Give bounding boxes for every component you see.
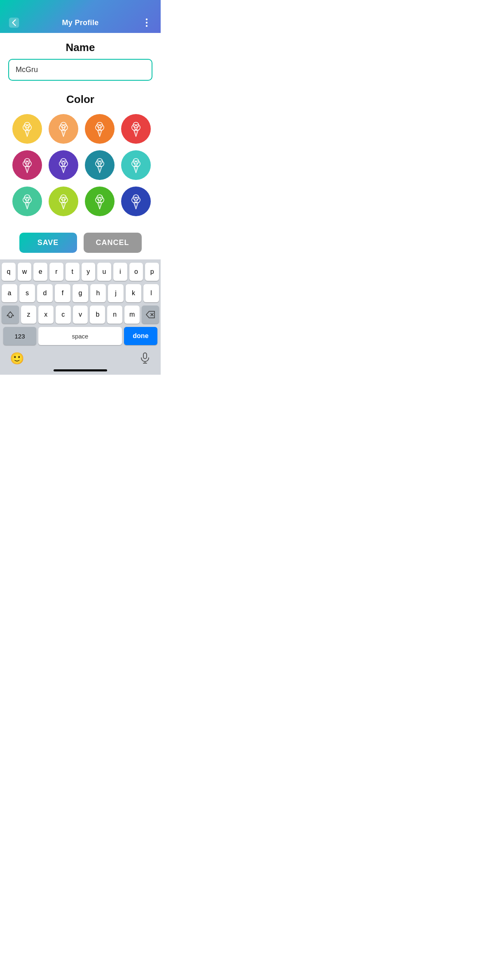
ice-cream-icon [18, 192, 36, 210]
microphone-icon [139, 352, 151, 364]
key-v[interactable]: v [73, 306, 88, 324]
back-icon [8, 17, 20, 28]
key-q[interactable]: q [2, 263, 16, 281]
color-option-orange[interactable] [85, 114, 115, 144]
svg-rect-67 [143, 353, 147, 359]
key-r[interactable]: r [49, 263, 63, 281]
numbers-key[interactable]: 123 [3, 327, 36, 345]
ice-cream-icon [54, 156, 73, 174]
keyboard-row-3: z x c v b n m [2, 306, 159, 324]
color-option-green[interactable] [85, 187, 115, 216]
keyboard-bottom-row: 123 space done [2, 327, 159, 345]
keyboard: q w e r t y u i o p a s d f g h j k l z … [0, 259, 161, 375]
name-section: Name [8, 33, 152, 85]
key-o[interactable]: o [129, 263, 143, 281]
name-label: Name [8, 33, 152, 59]
color-option-yellow[interactable] [12, 114, 42, 144]
color-option-teal-dark[interactable] [85, 150, 115, 180]
ice-cream-icon [91, 120, 109, 138]
save-button[interactable]: SAVE [19, 233, 77, 253]
ice-cream-icon [91, 156, 109, 174]
backspace-key[interactable] [142, 306, 159, 324]
key-s[interactable]: s [19, 284, 35, 302]
shift-icon [6, 310, 14, 319]
key-f[interactable]: f [55, 284, 70, 302]
app-header: My Profile [0, 0, 161, 33]
key-a[interactable]: a [2, 284, 17, 302]
main-content: Name Color [0, 33, 161, 259]
color-option-peach[interactable] [49, 114, 78, 144]
ice-cream-icon [127, 120, 145, 138]
color-option-pink[interactable] [12, 150, 42, 180]
key-b[interactable]: b [90, 306, 105, 324]
shift-key[interactable] [2, 306, 19, 324]
color-label: Color [8, 85, 152, 114]
color-option-mint[interactable] [12, 187, 42, 216]
color-option-cyan[interactable] [121, 150, 151, 180]
key-l[interactable]: l [143, 284, 159, 302]
key-e[interactable]: e [33, 263, 47, 281]
key-t[interactable]: t [66, 263, 80, 281]
key-m[interactable]: m [124, 306, 140, 324]
ice-cream-icon [18, 120, 36, 138]
color-section: Color [8, 85, 152, 216]
ice-cream-icon [18, 156, 36, 174]
key-g[interactable]: g [73, 284, 88, 302]
back-button[interactable] [7, 15, 21, 30]
ice-cream-icon [91, 192, 109, 210]
more-icon [142, 17, 152, 28]
color-option-navy[interactable] [121, 187, 151, 216]
key-i[interactable]: i [113, 263, 127, 281]
more-options-button[interactable] [139, 15, 154, 30]
keyboard-row-1: q w e r t y u i o p [2, 263, 159, 281]
key-d[interactable]: d [37, 284, 53, 302]
svg-point-2 [146, 22, 147, 23]
key-j[interactable]: j [108, 284, 124, 302]
keyboard-row-2: a s d f g h j k l [2, 284, 159, 302]
color-option-lime[interactable] [49, 187, 78, 216]
color-option-purple[interactable] [49, 150, 78, 180]
emoji-button[interactable]: 🙂 [10, 352, 24, 365]
ice-cream-icon [127, 156, 145, 174]
ice-cream-icon [54, 192, 73, 210]
svg-point-3 [146, 25, 147, 27]
key-u[interactable]: u [97, 263, 111, 281]
color-option-red[interactable] [121, 114, 151, 144]
svg-rect-0 [9, 18, 19, 28]
backspace-icon [146, 311, 155, 318]
key-w[interactable]: w [18, 263, 32, 281]
done-key[interactable]: done [124, 327, 157, 345]
space-key[interactable]: space [38, 327, 122, 345]
key-x[interactable]: x [38, 306, 54, 324]
ice-cream-icon [127, 192, 145, 210]
color-grid [8, 114, 152, 216]
ice-cream-icon [54, 120, 73, 138]
page-title: My Profile [62, 19, 98, 27]
key-p[interactable]: p [145, 263, 159, 281]
key-h[interactable]: h [90, 284, 106, 302]
svg-marker-64 [7, 312, 14, 317]
svg-point-1 [146, 19, 147, 20]
key-k[interactable]: k [126, 284, 141, 302]
key-c[interactable]: c [56, 306, 71, 324]
cancel-button[interactable]: CANCEL [84, 233, 142, 253]
key-z[interactable]: z [21, 306, 36, 324]
name-input[interactable] [8, 59, 152, 81]
key-y[interactable]: y [82, 263, 96, 281]
action-buttons: SAVE CANCEL [8, 224, 152, 259]
home-indicator [54, 369, 107, 371]
key-n[interactable]: n [107, 306, 122, 324]
keyboard-emoji-row: 🙂 [2, 348, 159, 367]
microphone-button[interactable] [139, 352, 151, 365]
